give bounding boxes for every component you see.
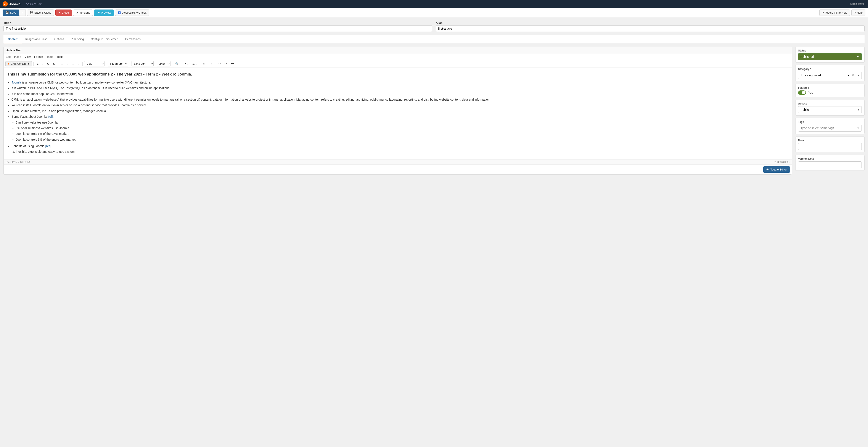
tab-bar: Content Images and Links Options Publish… bbox=[3, 35, 865, 43]
featured-field: Featured Yes bbox=[796, 84, 864, 97]
note-section: Note bbox=[795, 136, 865, 152]
toggle-inline-help-button[interactable]: ? Toggle Inline Help bbox=[819, 9, 850, 16]
list-item: Joomla is an open-source CMS for web con… bbox=[11, 80, 788, 85]
version-note-field: Version Note bbox=[796, 155, 864, 170]
category-arrow-button[interactable]: ▼ bbox=[856, 74, 862, 76]
editor-toolbar: ✦ CMS Content ▼ B I U S ≡ ≡ ≡ ≡ Bold Nor… bbox=[4, 60, 792, 68]
tab-content[interactable]: Content bbox=[4, 35, 22, 43]
editor-panel: Article Text Edit Insert View Format Tab… bbox=[3, 47, 792, 174]
cms-icon: ✦ bbox=[7, 62, 10, 66]
brand-name: Joomla! bbox=[9, 2, 22, 6]
align-justify-button[interactable]: ≡ bbox=[76, 61, 81, 66]
font-select[interactable]: sans-serif serif monospace bbox=[131, 61, 154, 66]
redo-button[interactable]: ↪ bbox=[223, 61, 228, 66]
toolbar: 💾 Save ▼ 💾 Save & Close ✕ Close ⟳ Versio… bbox=[0, 8, 868, 18]
list-item: It is one of the most popular CMS in the… bbox=[11, 92, 788, 96]
tags-arrow-button[interactable]: ▼ bbox=[855, 127, 862, 129]
accessibility-icon: ♿ bbox=[118, 11, 121, 14]
list-item: CMS: is an application (web-based) that … bbox=[11, 97, 788, 102]
cms-content-button[interactable]: ✦ CMS Content ▼ bbox=[5, 61, 32, 66]
ref-link-1[interactable]: [ref] bbox=[48, 115, 53, 118]
separator-10 bbox=[215, 62, 215, 66]
align-right-button[interactable]: ≡ bbox=[71, 61, 75, 66]
separator-1 bbox=[33, 62, 34, 66]
separator-7 bbox=[172, 62, 172, 66]
save-close-button[interactable]: 💾 Save & Close bbox=[27, 9, 54, 16]
editor-menubar: Edit Insert View Format Table Tools bbox=[4, 54, 792, 60]
ordered-list-button[interactable]: 1. ≡ bbox=[191, 61, 198, 66]
category-clear-button[interactable]: × bbox=[850, 73, 856, 77]
category-wrapper: Uncategorised × ▼ bbox=[798, 72, 862, 79]
version-note-input[interactable] bbox=[798, 161, 862, 168]
editor-menu-table[interactable]: Table bbox=[46, 55, 53, 58]
status-select[interactable]: Published Unpublished Archived Trashed bbox=[798, 53, 855, 60]
tags-field: Tags ▼ bbox=[796, 118, 864, 134]
facts-sublist: 2 million+ websites use Joomla 9% of all… bbox=[11, 120, 788, 142]
status-dropdown-button[interactable]: ▼ bbox=[855, 53, 862, 60]
tags-input[interactable] bbox=[798, 125, 855, 131]
toggle-editor-button[interactable]: 👁 Toggle Editor bbox=[763, 166, 790, 173]
list-item: You can install Joomla on your own serve… bbox=[11, 103, 788, 107]
unordered-list-button[interactable]: • ≡ bbox=[183, 61, 190, 66]
title-alias-row: Title * Alias bbox=[3, 21, 865, 32]
italic-button[interactable]: I bbox=[41, 61, 45, 66]
underline-button[interactable]: U bbox=[45, 61, 51, 66]
accessibility-check-button[interactable]: ♿ Accessibility Check bbox=[115, 9, 149, 16]
indent-button[interactable]: ⇥ bbox=[208, 61, 214, 66]
editor-menu-view[interactable]: View bbox=[25, 55, 31, 58]
bold-button[interactable]: B bbox=[35, 61, 40, 66]
save-dropdown-button[interactable]: ▼ bbox=[19, 9, 26, 16]
category-field: Category * Uncategorised × ▼ bbox=[796, 65, 864, 81]
versions-button[interactable]: ⟳ Versions bbox=[73, 9, 93, 16]
editor-menu-format[interactable]: Format bbox=[34, 55, 43, 58]
paragraph-select[interactable]: Paragraph Heading 1 Heading 2 bbox=[108, 61, 128, 66]
tab-publishing[interactable]: Publishing bbox=[67, 35, 87, 43]
page-title: Articles: Edit bbox=[26, 2, 41, 6]
brand: J! Joomla! bbox=[3, 1, 22, 6]
editor-content[interactable]: This is my submission for the CS3305 web… bbox=[4, 68, 792, 159]
undo-button[interactable]: ↩ bbox=[217, 61, 222, 66]
joomla-link[interactable]: Joomla bbox=[11, 81, 21, 84]
status-section: Status Published Unpublished Archived Tr… bbox=[795, 47, 865, 63]
preview-button[interactable]: 👁 Preview bbox=[94, 9, 114, 16]
close-button[interactable]: ✕ Close bbox=[55, 9, 72, 16]
tab-options[interactable]: Options bbox=[51, 35, 67, 43]
editor-menu-edit[interactable]: Edit bbox=[6, 55, 10, 58]
size-select[interactable]: 24px 12px 14px 16px bbox=[157, 61, 170, 66]
topbar: J! Joomla! Articles: Edit Administrator bbox=[0, 0, 868, 8]
list-item: Open Source Matters, Inc., a non-profit … bbox=[11, 108, 788, 114]
editor-path: P » SPAN » STRONG bbox=[6, 161, 31, 164]
title-input[interactable] bbox=[3, 25, 432, 32]
featured-toggle[interactable] bbox=[798, 90, 806, 95]
alias-input[interactable] bbox=[436, 25, 865, 32]
search-button[interactable]: 🔍 bbox=[174, 61, 180, 66]
tags-wrapper: ▼ bbox=[798, 125, 862, 132]
editor-menu-insert[interactable]: Insert bbox=[14, 55, 21, 58]
strikethrough-button[interactable]: S bbox=[52, 61, 57, 66]
access-field: Access Public Guest Registered Special S… bbox=[796, 100, 864, 115]
separator-9 bbox=[200, 62, 200, 66]
editor-menu-tools[interactable]: Tools bbox=[57, 55, 63, 58]
tab-configure-edit-screen[interactable]: Configure Edit Screen bbox=[87, 35, 122, 43]
align-center-button[interactable]: ≡ bbox=[65, 61, 70, 66]
save-group: 💾 Save ▼ bbox=[3, 9, 26, 16]
editor-footer: 👁 Toggle Editor bbox=[4, 164, 792, 174]
note-input[interactable] bbox=[798, 143, 862, 150]
more-button[interactable]: ••• bbox=[229, 61, 236, 66]
save-close-icon: 💾 bbox=[30, 11, 33, 14]
format-select[interactable]: Bold Normal Heading 1 bbox=[84, 61, 104, 66]
sub-list-item: Joomla controls 6% of the CMS market. bbox=[16, 131, 788, 136]
tab-images-links[interactable]: Images and Links bbox=[22, 35, 51, 43]
preview-icon: 👁 bbox=[97, 11, 100, 14]
category-select[interactable]: Uncategorised bbox=[798, 72, 850, 79]
align-left-button[interactable]: ≡ bbox=[60, 61, 64, 66]
outdent-button[interactable]: ⇤ bbox=[202, 61, 207, 66]
save-button[interactable]: 💾 Save bbox=[3, 9, 19, 16]
help-button[interactable]: ? Help bbox=[851, 9, 865, 16]
separator-8 bbox=[182, 62, 182, 66]
status-select-wrapper: Published Unpublished Archived Trashed ▼ bbox=[798, 53, 862, 60]
article-heading: This is my submission for the CS3305 web… bbox=[7, 71, 788, 77]
ref-link-2[interactable]: [ref] bbox=[45, 144, 51, 148]
access-select[interactable]: Public Guest Registered Special Super Us… bbox=[798, 106, 862, 113]
tab-permissions[interactable]: Permissions bbox=[122, 35, 144, 43]
